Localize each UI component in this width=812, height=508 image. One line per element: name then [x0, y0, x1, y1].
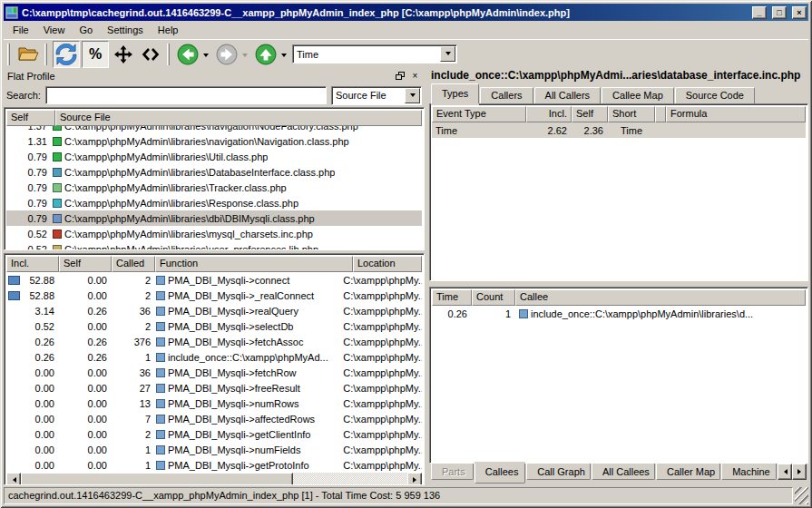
table-row[interactable]: 0.00 0.00 36 PMA_DBI_Mysqli->fetchRow C:…	[6, 365, 422, 380]
incl-value: 0.00	[6, 427, 59, 442]
grouping-select[interactable]: Source File	[331, 86, 422, 105]
back-button[interactable]	[175, 42, 201, 67]
column-header-blank[interactable]	[655, 106, 666, 122]
incl-value: 3.14	[6, 304, 59, 318]
close-button[interactable]: ×	[792, 6, 807, 19]
table-row[interactable]: 0.52 C:\xampp\phpMyAdmin\libraries\user_…	[6, 241, 422, 250]
toolbar-grip[interactable]	[7, 44, 10, 65]
tab-types[interactable]: Types	[431, 83, 479, 103]
tab-callees[interactable]: Callees	[474, 464, 526, 484]
scrollbar-track[interactable]	[293, 473, 407, 485]
file-type-icon	[53, 152, 62, 161]
table-row[interactable]: 0.00 0.00 1 PMA_DBI_Mysqli->getProtoInfo…	[6, 457, 422, 473]
file-type-icon	[53, 199, 62, 208]
back-dropdown-arrow[interactable]	[203, 54, 209, 60]
called-value: 2	[112, 427, 155, 442]
table-row[interactable]: 1.31 C:\xampp\phpMyAdmin\libraries\navig…	[6, 133, 422, 149]
menu-settings[interactable]: Settings	[100, 22, 151, 38]
event-type-dropdown-button[interactable]	[440, 46, 455, 62]
column-header-incl[interactable]: Incl.	[6, 256, 59, 272]
tab-callee-map[interactable]: Callee Map	[602, 87, 674, 103]
function-name: PMA_DBI_Mysqli->fetchRow	[168, 366, 343, 380]
table-row[interactable]: 1.37 C:\xampp\phpMyAdmin\libraries\navig…	[6, 126, 422, 133]
column-header-short[interactable]: Short	[608, 106, 655, 122]
column-header-count[interactable]: Count	[472, 289, 515, 306]
function-icon	[156, 337, 165, 347]
table-row[interactable]: 0.00 0.00 27 PMA_DBI_Mysqli->freeResult …	[6, 380, 422, 396]
grouping-dropdown-button[interactable]	[405, 88, 420, 103]
resize-grip[interactable]	[795, 487, 808, 504]
column-header-self[interactable]: Self	[6, 110, 55, 126]
scroll-right-button[interactable]	[407, 473, 422, 485]
table-row[interactable]: 0.00 0.00 7 PMA_DBI_Mysqli->affectedRows…	[6, 411, 422, 426]
scroll-left-button[interactable]	[6, 473, 21, 485]
column-header-formula[interactable]: Formula	[666, 106, 806, 122]
scrollbar-thumb[interactable]	[21, 473, 293, 485]
menu-view[interactable]: View	[36, 22, 73, 38]
table-row[interactable]: 0.26 0.26 376 PMA_DBI_Mysqli->fetchAssoc…	[6, 334, 422, 349]
table-row[interactable]: 0.79 C:\xampp\phpMyAdmin\libraries\Respo…	[6, 195, 422, 210]
location-value: C:\xampp\phpMy...	[343, 273, 422, 288]
table-row-selected[interactable]: 0.79 C:\xampp\phpMyAdmin\libraries\dbi\D…	[6, 210, 422, 226]
maximize-button[interactable]: □	[772, 6, 787, 19]
tab-callers[interactable]: Callers	[480, 87, 533, 103]
called-value: 2	[112, 288, 155, 303]
table-row[interactable]: 52.88 0.00 2 PMA_DBI_Mysqli->_realConnec…	[6, 288, 422, 303]
column-header-called[interactable]: Called	[112, 256, 155, 272]
shorten-templates-button[interactable]	[138, 42, 163, 67]
tab-source-code[interactable]: Source Code	[675, 87, 755, 103]
dock-float-icon[interactable]	[395, 71, 406, 82]
expand-all-button[interactable]	[111, 42, 136, 67]
dock-close-icon[interactable]: ×	[409, 71, 421, 82]
table-row[interactable]: 0.52 C:\xampp\phpMyAdmin\libraries\mysql…	[6, 226, 422, 241]
column-header-source-file[interactable]: Source File	[55, 110, 422, 126]
forward-button[interactable]	[214, 42, 240, 67]
column-header-function[interactable]: Function	[155, 256, 353, 272]
table-row-selected[interactable]: Time 2.62 2.36 Time	[432, 122, 806, 138]
function-name: PMA_DBI_Mysqli->selectDb	[168, 319, 343, 334]
tab-caller-map[interactable]: Caller Map	[656, 464, 720, 480]
tab-call-graph[interactable]: Call Graph	[526, 464, 591, 480]
minimize-button[interactable]: _	[752, 6, 767, 19]
file-path: C:\xampp\phpMyAdmin\libraries\user_prefe…	[64, 242, 318, 251]
tab-all-callers[interactable]: All Callers	[534, 87, 602, 103]
table-row[interactable]: 0.52 0.00 2 PMA_DBI_Mysqli->selectDb C:\…	[6, 318, 422, 334]
table-row[interactable]: 0.00 0.00 1 PMA_DBI_Mysqli->numFields C:…	[6, 442, 422, 457]
menu-go[interactable]: Go	[72, 22, 100, 38]
window-title: C:\xampp\tmp\cachegrind.out.1416463299-C…	[22, 7, 747, 18]
functions-horizontal-scrollbar[interactable]	[6, 473, 422, 485]
column-header-location[interactable]: Location	[353, 256, 422, 272]
tab-scroll-left-button[interactable]	[778, 464, 792, 480]
column-header-event-type[interactable]: Event Type	[432, 106, 526, 122]
callees-table: Time Count Callee 0.26 1 include_once::C…	[429, 287, 808, 464]
table-row[interactable]: 0.00 0.00 2 PMA_DBI_Mysqli->getClientInf…	[6, 426, 422, 442]
table-row[interactable]: 0.79 C:\xampp\phpMyAdmin\libraries\Track…	[6, 180, 422, 195]
up-button[interactable]	[253, 42, 279, 67]
search-input[interactable]	[45, 86, 327, 104]
cycle-grouping-button[interactable]	[53, 41, 80, 68]
up-dropdown-arrow[interactable]	[281, 54, 287, 60]
called-value: 36	[112, 304, 155, 318]
table-row[interactable]: 0.26 1 include_once::C:\xampp\phpMyAdmin…	[432, 306, 806, 321]
column-header-self[interactable]: Self	[59, 256, 112, 272]
column-header-time[interactable]: Time	[432, 289, 472, 306]
tab-scroll-right-button[interactable]	[792, 464, 807, 480]
column-header-callee[interactable]: Callee	[515, 289, 806, 306]
tab-machine-code[interactable]: Machine	[721, 464, 777, 480]
menu-file[interactable]: File	[5, 22, 36, 38]
table-row[interactable]: 52.88 0.00 2 PMA_DBI_Mysqli->connect C:\…	[6, 272, 422, 288]
column-header-self[interactable]: Self	[572, 106, 608, 122]
table-row[interactable]: 0.79 C:\xampp\phpMyAdmin\libraries\Util.…	[6, 149, 422, 164]
table-row[interactable]: 0.26 0.26 1 include_once::C:\xampp\phpMy…	[6, 349, 422, 365]
table-row[interactable]: 0.00 0.00 13 PMA_DBI_Mysqli->numRows C:\…	[6, 396, 422, 411]
tab-all-callees[interactable]: All Callees	[592, 464, 655, 480]
table-row[interactable]: 0.79 C:\xampp\phpMyAdmin\libraries\Datab…	[6, 164, 422, 180]
column-header-incl[interactable]: Incl.	[526, 106, 572, 122]
event-type-select[interactable]: Time	[292, 44, 457, 64]
percent-toggle-button[interactable]: %	[82, 41, 109, 68]
table-row[interactable]: 3.14 0.26 36 PMA_DBI_Mysqli->realQuery C…	[6, 303, 422, 318]
open-file-button[interactable]	[15, 42, 41, 67]
toolbar: %	[4, 39, 808, 68]
menu-help[interactable]: Help	[151, 22, 186, 38]
function-detail-title: include_once::C:\xampp\phpMyAdmi...aries…	[429, 68, 808, 83]
